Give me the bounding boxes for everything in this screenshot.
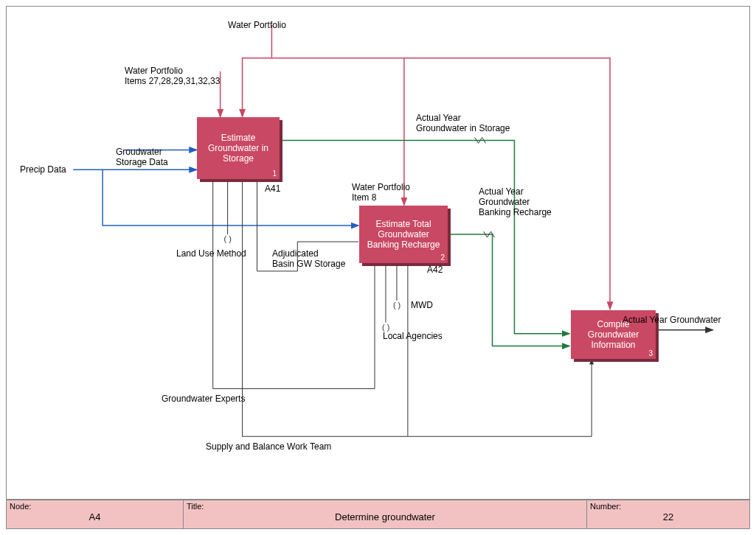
box-number: 3 [648, 349, 653, 357]
label-actual-year-gw-out: Actual Year Groundwater [623, 315, 721, 325]
footer-node-value: A4 [89, 511, 101, 522]
box-code: A42 [427, 265, 443, 275]
box-title: Estimate Groundwater in Storage [201, 133, 275, 164]
label-gw-storage-data: Groudwater Storage Data [116, 147, 168, 167]
label-groundwater-experts: Groundwater Experts [162, 394, 245, 404]
label-water-portfolio: Water Portfolio [228, 20, 286, 30]
footer-node-label: Node: [10, 502, 31, 511]
box-number: 1 [272, 169, 277, 178]
footer-number-label: Number: [590, 502, 621, 511]
label-land-use-method: Land Use Method [176, 248, 246, 259]
label-precip-data: Precip Data [20, 164, 66, 175]
label-supply-team: Supply and Balance Work Team [206, 441, 331, 452]
footer-number-cell: Number: 22 [587, 500, 749, 528]
footer-title-label: Title: [187, 502, 204, 511]
label-water-portfolio-items: Water Portfolio Items 27,28,29,31,32,33 [125, 66, 220, 86]
box-title: Estimate Total Groundwater Banking Recha… [364, 219, 443, 250]
label-local-agencies: Local Agencies [383, 331, 443, 341]
label-water-portfolio-item8: Water Portfolio Item 8 [352, 182, 410, 203]
diagram-area: ( ) ( ) ( ) Estimate Groundwater in Stor… [6, 6, 750, 500]
footer-node-cell: Node: A4 [7, 500, 184, 528]
activity-box-estimate-storage: Estimate Groundwater in Storage 1 [197, 117, 280, 179]
footer-title-cell: Title: Determine groundwater [184, 500, 587, 528]
label-actual-year-storage: Actual Year Groundwater in Storage [416, 113, 510, 133]
box-number: 2 [440, 253, 445, 262]
diagram-footer: Node: A4 Title: Determine groundwater Nu… [6, 500, 750, 529]
idef0-diagram: ( ) ( ) ( ) Estimate Groundwater in Stor… [0, 0, 756, 535]
svg-text:( ): ( ) [382, 323, 389, 332]
label-actual-year-banking: Actual Year Groundwater Banking Recharge [479, 186, 552, 217]
label-mwd: MWD [411, 300, 433, 310]
svg-text:( ): ( ) [393, 301, 400, 310]
footer-title-value: Determine groundwater [335, 511, 435, 522]
label-adjudicated-basin: Adjudicated Basin GW Storage [272, 248, 345, 269]
footer-number-value: 22 [663, 511, 673, 522]
box-code: A41 [265, 183, 280, 194]
svg-text:( ): ( ) [224, 234, 232, 243]
activity-box-estimate-recharge: Estimate Total Groundwater Banking Recha… [359, 206, 448, 263]
